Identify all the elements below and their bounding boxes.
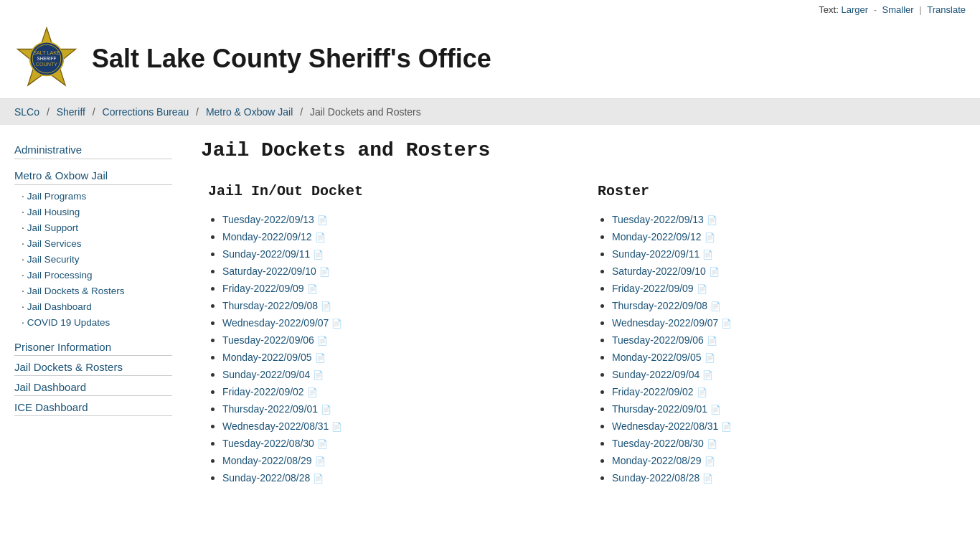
svg-text:SHERIFF: SHERIFF bbox=[37, 56, 57, 61]
roster-link[interactable]: Thursday-2022/09/08 bbox=[612, 300, 707, 311]
docket-link[interactable]: Wednesday-2022/09/07 bbox=[222, 317, 329, 329]
roster-list-item: Friday-2022/09/02 📄 bbox=[612, 383, 966, 400]
roster-link[interactable]: Tuesday-2022/08/30 bbox=[612, 438, 704, 449]
docket-list-item: Tuesday-2022/08/30 📄 bbox=[222, 435, 576, 452]
roster-link[interactable]: Tuesday-2022/09/06 bbox=[612, 334, 704, 346]
pdf-icon: 📄 bbox=[707, 439, 717, 450]
roster-list-item: Sunday-2022/09/11 📄 bbox=[612, 245, 966, 263]
pdf-icon: 📄 bbox=[721, 422, 732, 433]
smaller-text-link[interactable]: Smaller bbox=[882, 4, 914, 15]
pdf-icon: 📄 bbox=[315, 353, 326, 364]
logo-area: SALT LAKE SHERIFF COUNTY Salt Lake Count… bbox=[14, 27, 491, 91]
docket-list-item: Saturday-2022/09/10 📄 bbox=[222, 263, 576, 280]
pdf-icon: 📄 bbox=[313, 250, 324, 260]
pdf-icon: 📄 bbox=[307, 284, 318, 295]
sheriff-badge-icon: SALT LAKE SHERIFF COUNTY bbox=[14, 27, 79, 91]
pdf-icon: 📄 bbox=[705, 456, 715, 467]
pdf-icon: 📄 bbox=[697, 284, 707, 295]
docket-list-item: Thursday-2022/09/08 📄 bbox=[222, 297, 576, 314]
pdf-icon: 📄 bbox=[702, 250, 713, 260]
docket-column: Jail In/Out Docket Tuesday-2022/09/13 📄M… bbox=[201, 183, 576, 486]
breadcrumb-metro-oxbow[interactable]: Metro & Oxbow Jail bbox=[206, 106, 293, 118]
pdf-icon: 📄 bbox=[331, 319, 342, 329]
sidebar-jail-dockets-rosters-link[interactable]: Jail Dockets & Rosters bbox=[14, 357, 172, 376]
sidebar-jail-dashboard-link[interactable]: Jail Dashboard bbox=[14, 377, 172, 396]
docket-list-item: Monday-2022/09/05 📄 bbox=[222, 349, 576, 366]
svg-text:COUNTY: COUNTY bbox=[36, 61, 58, 67]
docket-link[interactable]: Saturday-2022/09/10 bbox=[222, 265, 316, 277]
sidebar-item-jail-processing[interactable]: Jail Processing bbox=[14, 267, 172, 283]
sidebar-section-metro-oxbow: Metro & Oxbow Jail bbox=[14, 165, 172, 185]
pdf-icon: 📄 bbox=[710, 301, 721, 312]
docket-link[interactable]: Tuesday-2022/09/13 bbox=[222, 214, 314, 225]
sidebar-item-jail-programs[interactable]: Jail Programs bbox=[14, 188, 172, 204]
docket-list-item: Friday-2022/09/09 📄 bbox=[222, 280, 576, 297]
sidebar-item-jail-services[interactable]: Jail Services bbox=[14, 235, 172, 251]
page-title: Jail Dockets and Rosters bbox=[201, 139, 966, 161]
docket-link[interactable]: Friday-2022/09/02 bbox=[222, 386, 304, 397]
roster-link[interactable]: Wednesday-2022/09/07 bbox=[612, 317, 718, 329]
docket-list-item: Wednesday-2022/09/07 📄 bbox=[222, 314, 576, 331]
roster-link[interactable]: Thursday-2022/09/01 bbox=[612, 403, 707, 415]
site-header: SALT LAKE SHERIFF COUNTY Salt Lake Count… bbox=[0, 19, 980, 99]
sidebar-section-administrative: Administrative bbox=[14, 139, 172, 159]
pdf-icon: 📄 bbox=[307, 387, 318, 398]
roster-link[interactable]: Saturday-2022/09/10 bbox=[612, 265, 706, 277]
docket-list-item: Sunday-2022/09/11 📄 bbox=[222, 245, 576, 263]
roster-list-item: Thursday-2022/09/08 📄 bbox=[612, 297, 966, 314]
docket-link[interactable]: Monday-2022/09/12 bbox=[222, 231, 312, 242]
pdf-icon: 📄 bbox=[317, 439, 328, 450]
roster-link[interactable]: Monday-2022/09/12 bbox=[612, 231, 702, 242]
top-bar: Text: Larger - Smaller | Translate bbox=[0, 0, 980, 19]
roster-list-item: Monday-2022/08/29 📄 bbox=[612, 452, 966, 469]
roster-link[interactable]: Friday-2022/09/09 bbox=[612, 283, 694, 294]
roster-link[interactable]: Sunday-2022/08/28 bbox=[612, 472, 699, 484]
pdf-icon: 📄 bbox=[317, 215, 328, 226]
pdf-icon: 📄 bbox=[315, 232, 326, 243]
breadcrumb: SLCo / Sheriff / Corrections Bureau / Me… bbox=[0, 99, 980, 125]
sidebar-ice-dashboard-link[interactable]: ICE Dashboard bbox=[14, 397, 172, 416]
docket-link[interactable]: Sunday-2022/09/04 bbox=[222, 369, 310, 380]
breadcrumb-slco[interactable]: SLCo bbox=[14, 106, 39, 118]
sidebar-item-jail-dockets-rosters[interactable]: Jail Dockets & Rosters bbox=[14, 283, 172, 298]
breadcrumb-corrections[interactable]: Corrections Bureau bbox=[103, 106, 189, 118]
text-label: Text: bbox=[819, 4, 838, 15]
sidebar-item-jail-security[interactable]: Jail Security bbox=[14, 251, 172, 267]
docket-link[interactable]: Thursday-2022/09/08 bbox=[222, 300, 318, 311]
pdf-icon: 📄 bbox=[721, 319, 732, 329]
docket-link[interactable]: Monday-2022/08/29 bbox=[222, 455, 312, 466]
docket-link[interactable]: Sunday-2022/09/11 bbox=[222, 248, 310, 260]
docket-list-item: Tuesday-2022/09/06 📄 bbox=[222, 331, 576, 349]
docket-link[interactable]: Wednesday-2022/08/31 bbox=[222, 420, 329, 432]
sidebar: Administrative Metro & Oxbow Jail Jail P… bbox=[14, 139, 187, 486]
docket-link[interactable]: Tuesday-2022/09/06 bbox=[222, 334, 314, 346]
docket-list-item: Wednesday-2022/08/31 📄 bbox=[222, 418, 576, 435]
docket-link[interactable]: Friday-2022/09/09 bbox=[222, 283, 304, 294]
docket-list-item: Friday-2022/09/02 📄 bbox=[222, 383, 576, 400]
roster-link[interactable]: Monday-2022/08/29 bbox=[612, 455, 702, 466]
roster-link[interactable]: Friday-2022/09/02 bbox=[612, 386, 694, 397]
roster-link[interactable]: Sunday-2022/09/11 bbox=[612, 248, 699, 260]
docket-link[interactable]: Sunday-2022/08/28 bbox=[222, 472, 310, 484]
sidebar-item-covid19[interactable]: COVID 19 Updates bbox=[14, 314, 172, 330]
roster-link[interactable]: Tuesday-2022/09/13 bbox=[612, 214, 704, 225]
larger-text-link[interactable]: Larger bbox=[841, 4, 868, 15]
docket-link[interactable]: Thursday-2022/09/01 bbox=[222, 403, 318, 415]
docket-list-item: Tuesday-2022/09/13 📄 bbox=[222, 211, 576, 228]
translate-link[interactable]: Translate bbox=[927, 4, 966, 15]
roster-list-item: Friday-2022/09/09 📄 bbox=[612, 280, 966, 297]
roster-link[interactable]: Monday-2022/09/05 bbox=[612, 352, 702, 363]
roster-list: Tuesday-2022/09/13 📄Monday-2022/09/12 📄S… bbox=[590, 211, 966, 486]
breadcrumb-current: Jail Dockets and Rosters bbox=[310, 106, 421, 118]
sidebar-item-jail-housing[interactable]: Jail Housing bbox=[14, 204, 172, 220]
pdf-icon: 📄 bbox=[697, 387, 707, 398]
sidebar-item-jail-dashboard[interactable]: Jail Dashboard bbox=[14, 298, 172, 314]
roster-link[interactable]: Sunday-2022/09/04 bbox=[612, 369, 699, 380]
docket-list-item: Sunday-2022/08/28 📄 bbox=[222, 469, 576, 486]
sidebar-prisoner-information[interactable]: Prisoner Information bbox=[14, 337, 172, 356]
breadcrumb-sheriff[interactable]: Sheriff bbox=[57, 106, 85, 118]
docket-link[interactable]: Monday-2022/09/05 bbox=[222, 352, 312, 363]
sidebar-item-jail-support[interactable]: Jail Support bbox=[14, 220, 172, 235]
docket-link[interactable]: Tuesday-2022/08/30 bbox=[222, 438, 314, 449]
roster-link[interactable]: Wednesday-2022/08/31 bbox=[612, 420, 718, 432]
